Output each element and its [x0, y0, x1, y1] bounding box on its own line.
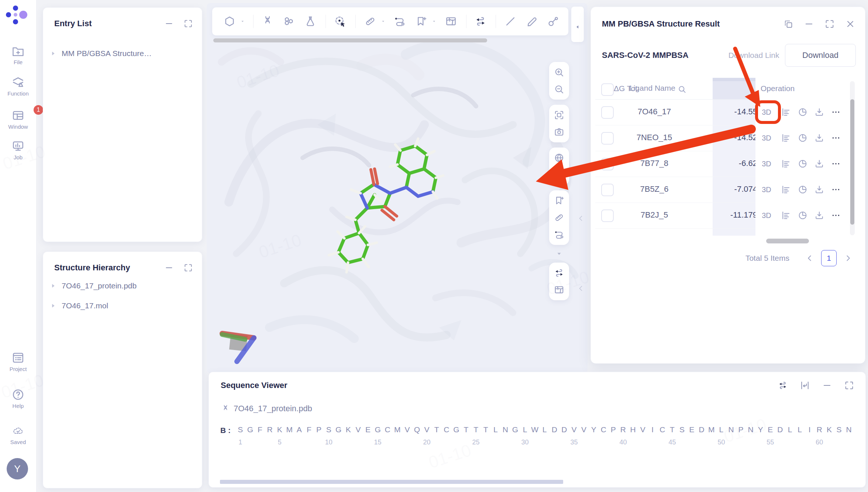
line-icon[interactable]	[504, 15, 517, 28]
pie-chart-icon[interactable]	[798, 159, 808, 169]
sidebar-item-function[interactable]: Function	[0, 76, 36, 97]
minimize-icon[interactable]	[164, 19, 174, 28]
row-checkbox[interactable]	[601, 106, 614, 119]
select-all-checkbox[interactable]	[601, 83, 614, 96]
flask-icon[interactable]	[304, 15, 317, 28]
collapse-left-icon[interactable]	[574, 24, 581, 30]
sidebar-item-help[interactable]: Help	[0, 388, 36, 409]
sidebar-item-saved[interactable]: Saved	[0, 426, 36, 445]
row-checkbox[interactable]	[601, 132, 614, 145]
maximize-icon[interactable]	[183, 19, 193, 28]
bookmark-add-tool[interactable]	[415, 15, 427, 28]
close-icon[interactable]	[845, 19, 855, 29]
pencil-icon[interactable]	[526, 15, 538, 28]
rings-tool[interactable]	[283, 15, 295, 28]
route-icon[interactable]	[554, 229, 565, 240]
flask-tool[interactable]	[304, 15, 317, 28]
measure-capsule-icon[interactable]	[364, 15, 376, 28]
map-icon[interactable]	[445, 15, 457, 28]
caret-down-icon[interactable]	[381, 18, 386, 25]
swap-icon[interactable]	[474, 15, 487, 28]
route-tool[interactable]	[393, 15, 406, 28]
dock-icon[interactable]	[783, 19, 793, 29]
download-icon[interactable]	[814, 133, 824, 143]
caret-down-icon[interactable]	[432, 18, 437, 25]
maximize-icon[interactable]	[844, 380, 854, 391]
download-icon[interactable]	[814, 184, 824, 195]
row-checkbox[interactable]	[601, 158, 614, 170]
maximize-icon[interactable]	[824, 19, 835, 29]
scrollbar-thumb[interactable]	[850, 99, 854, 225]
energy-bars-icon[interactable]	[781, 133, 791, 143]
download-icon[interactable]	[814, 159, 824, 169]
swap-icon[interactable]	[778, 380, 788, 391]
molecule-hexagon-tool[interactable]	[223, 15, 236, 28]
minimize-icon[interactable]	[822, 380, 832, 391]
page-number[interactable]: 1	[821, 250, 837, 266]
view-3d-button[interactable]: 3D	[758, 134, 775, 142]
row-checkbox[interactable]	[601, 209, 614, 222]
panel-peek-chevron-icon[interactable]	[576, 284, 585, 293]
pie-chart-icon[interactable]	[798, 133, 808, 143]
route-icon[interactable]	[393, 15, 406, 28]
bond-tool[interactable]	[547, 15, 559, 28]
sidebar-item-project[interactable]: Project	[0, 351, 36, 372]
avatar[interactable]: Y	[7, 458, 28, 479]
sidebar-item-job[interactable]: Job	[0, 139, 36, 160]
map-icon[interactable]	[554, 284, 565, 295]
line-tool[interactable]	[504, 15, 517, 28]
measure-capsule-tool[interactable]	[364, 15, 376, 28]
swap-icon[interactable]	[554, 267, 565, 278]
zoom-out-icon[interactable]	[554, 84, 565, 95]
sidebar-item-file[interactable]: File	[0, 44, 36, 65]
minimize-icon[interactable]	[804, 19, 814, 29]
next-page-icon[interactable]	[843, 253, 853, 263]
energy-bars-icon[interactable]	[781, 107, 791, 117]
swap-tool[interactable]	[474, 15, 487, 28]
energy-bars-icon[interactable]	[781, 210, 791, 221]
view-3d-button[interactable]: 3D	[758, 160, 775, 168]
pie-chart-icon[interactable]	[798, 107, 808, 117]
dna-tool[interactable]	[261, 15, 274, 28]
ruler-icon[interactable]	[554, 212, 565, 223]
globe-icon[interactable]	[554, 152, 565, 163]
view-3d-button[interactable]: 3D	[758, 108, 775, 117]
zoom-in-icon[interactable]	[554, 67, 565, 78]
more-actions-icon[interactable]	[831, 107, 841, 117]
focus-select-icon[interactable]	[334, 15, 347, 28]
side-toolbar-expand-icon[interactable]	[555, 250, 563, 257]
more-actions-icon[interactable]	[831, 210, 841, 221]
view-3d-button[interactable]: 3D	[758, 186, 775, 194]
entry-list-item[interactable]: MM PB/GBSA Structure…	[49, 49, 152, 58]
download-button[interactable]: Download	[785, 44, 856, 67]
scrollbar-thumb[interactable]	[213, 38, 487, 42]
focus-select-tool[interactable]	[334, 15, 347, 28]
bond-icon[interactable]	[547, 15, 559, 28]
pie-chart-icon[interactable]	[798, 184, 808, 195]
view-3d-button[interactable]: 3D	[758, 211, 775, 220]
molecule-hexagon-icon[interactable]	[223, 15, 236, 28]
bookmark-add-icon[interactable]	[554, 195, 565, 206]
pencil-tool[interactable]	[526, 15, 538, 28]
minimize-icon[interactable]	[164, 263, 174, 273]
dg-column-header[interactable]: ΔG Total	[614, 84, 638, 93]
camera-icon[interactable]	[554, 127, 565, 138]
energy-bars-icon[interactable]	[781, 159, 791, 169]
more-actions-icon[interactable]	[831, 184, 841, 195]
sequence-file-row[interactable]: 7O46_17_protein.pdb	[221, 404, 312, 413]
structure-item[interactable]: 7O46_17_protein.pdb	[49, 281, 137, 290]
fit-view-icon[interactable]	[554, 110, 565, 121]
caret-down-icon[interactable]	[240, 18, 245, 25]
structure-item[interactable]: 7O46_17.mol	[49, 301, 108, 310]
prev-page-icon[interactable]	[805, 253, 814, 263]
download-icon[interactable]	[814, 210, 824, 221]
more-actions-icon[interactable]	[831, 159, 841, 169]
sidebar-item-window[interactable]: 1 Window	[0, 109, 36, 130]
more-actions-icon[interactable]	[831, 133, 841, 143]
sequence-scrollbar-thumb[interactable]	[220, 480, 563, 484]
download-link[interactable]: Download Link	[728, 51, 779, 60]
maximize-icon[interactable]	[183, 263, 193, 273]
row-checkbox[interactable]	[601, 184, 614, 196]
wrap-lines-icon[interactable]	[800, 380, 810, 391]
panel-peek-chevron-icon[interactable]	[576, 214, 585, 223]
